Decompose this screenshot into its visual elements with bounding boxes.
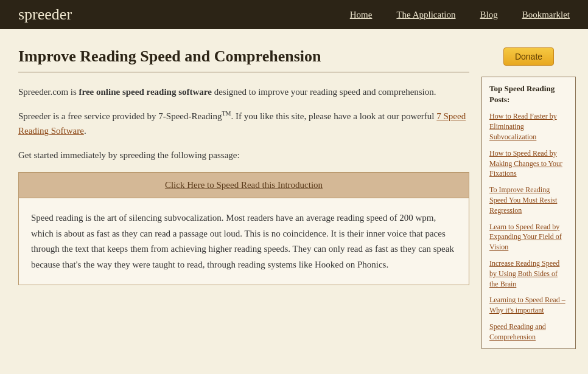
donate-button[interactable]: Donate: [503, 47, 554, 66]
speed-read-link[interactable]: Click Here to Speed Read this Introducti…: [165, 180, 323, 190]
sidebar: Donate Top Speed Reading Posts: How to R…: [481, 47, 576, 349]
sidebar-link-1[interactable]: How to Speed Read by Making Changes to Y…: [489, 148, 568, 179]
nav-bookmarklet[interactable]: Bookmarklet: [522, 10, 570, 20]
sidebar-link-6[interactable]: Speed Reading and Comprehension: [489, 322, 568, 342]
paragraph-2: Spreeder is a free service provided by 7…: [18, 109, 469, 138]
nav-application[interactable]: The Application: [396, 10, 455, 20]
para1-bold: free online speed reading software: [79, 87, 212, 97]
logo: spreeder: [18, 5, 72, 24]
para2-prefix: Spreeder is a free service provided by 7…: [18, 111, 222, 121]
sidebar-link-5[interactable]: Learning to Speed Read – Why it's import…: [489, 295, 568, 316]
para1-prefix: Spreeder.com is: [18, 87, 79, 97]
paragraph-3: Get started immediately by spreeding the…: [18, 148, 469, 162]
sidebar-posts-box: Top Speed Reading Posts: How to Read Fas…: [481, 77, 576, 349]
nav-home[interactable]: Home: [350, 10, 373, 20]
sidebar-link-3[interactable]: Learn to Speed Read by Expanding Your Fi…: [489, 222, 568, 252]
nav-blog[interactable]: Blog: [480, 10, 497, 20]
trademark: TM: [222, 110, 231, 117]
para1-suffix: designed to improve your reading speed a…: [212, 87, 436, 97]
sidebar-link-4[interactable]: Increase Reading Speed by Using Both Sid…: [489, 258, 568, 289]
passage-box: Speed reading is the art of silencing su…: [18, 198, 469, 285]
para2-suffix: .: [84, 126, 86, 136]
main-nav: Home The Application Blog Bookmarklet: [350, 10, 570, 20]
sidebar-link-2[interactable]: To Improve Reading Speed You Must Resist…: [489, 185, 568, 215]
passage-text: Speed reading is the art of silencing su…: [31, 210, 457, 272]
para2-middle: . If you like this site, please have a l…: [231, 111, 436, 121]
sidebar-title: Top Speed Reading Posts:: [489, 83, 568, 105]
sidebar-link-0[interactable]: How to Read Faster by Eliminating Subvoc…: [489, 111, 568, 142]
page-heading: Improve Reading Speed and Comprehension: [18, 47, 469, 66]
speed-read-box[interactable]: Click Here to Speed Read this Introducti…: [18, 172, 469, 198]
header: spreeder Home The Application Blog Bookm…: [0, 0, 588, 29]
layout: Improve Reading Speed and Comprehension …: [0, 29, 588, 367]
paragraph-1: Spreeder.com is free online speed readin…: [18, 85, 469, 99]
heading-divider: [18, 72, 469, 72]
main-content: Improve Reading Speed and Comprehension …: [18, 47, 469, 349]
